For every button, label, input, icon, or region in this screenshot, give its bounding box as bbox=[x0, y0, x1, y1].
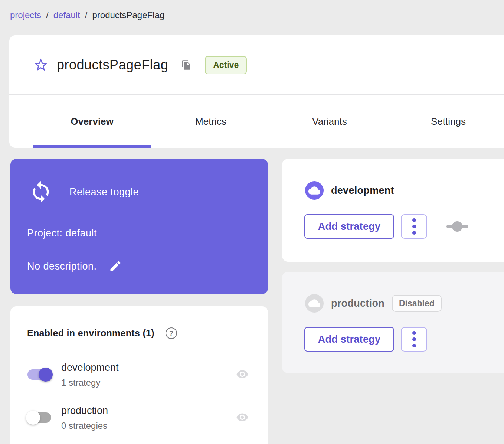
tab-bar: Overview Metrics Variants Settings bbox=[33, 95, 504, 148]
copy-name-button[interactable] bbox=[181, 60, 192, 70]
loop-icon bbox=[29, 180, 53, 204]
tab-settings[interactable]: Settings bbox=[389, 95, 504, 148]
environment-name: production bbox=[61, 405, 108, 417]
production-toggle[interactable] bbox=[27, 412, 51, 423]
release-toggle-card: Release toggle Project: default No descr… bbox=[10, 159, 268, 294]
flag-header-card: productsPageFlag Active Overview Metrics… bbox=[9, 35, 504, 148]
breadcrumb-default[interactable]: default bbox=[53, 10, 80, 20]
kebab-icon bbox=[412, 218, 416, 222]
environment-name: development bbox=[61, 362, 119, 373]
breadcrumb-separator: / bbox=[85, 10, 88, 20]
strategy-slider-icon[interactable] bbox=[446, 221, 468, 232]
flag-title-row: productsPageFlag Active bbox=[9, 35, 504, 95]
project-label: Project: default bbox=[27, 228, 97, 239]
copy-icon bbox=[181, 60, 192, 70]
strategy-count: 1 strategy bbox=[61, 378, 100, 388]
enabled-environments-title: Enabled in environments (1) bbox=[27, 328, 154, 339]
release-toggle-header: Release toggle bbox=[29, 180, 139, 204]
pencil-icon bbox=[109, 259, 122, 273]
kebab-icon bbox=[412, 331, 416, 335]
environment-avatar bbox=[305, 181, 324, 200]
breadcrumb-separator: / bbox=[46, 10, 49, 20]
environment-panel-development: development Add strategy bbox=[282, 159, 504, 262]
development-toggle[interactable] bbox=[27, 369, 51, 380]
environment-panel-production: production Disabled Add strategy bbox=[282, 272, 504, 373]
tab-overview[interactable]: Overview bbox=[33, 95, 151, 148]
cloud-icon bbox=[308, 185, 320, 196]
eye-icon bbox=[235, 368, 250, 381]
star-icon bbox=[33, 57, 49, 73]
disabled-badge: Disabled bbox=[392, 295, 442, 312]
breadcrumb-projects[interactable]: projects bbox=[10, 10, 41, 20]
visibility-button[interactable] bbox=[235, 368, 250, 381]
tab-variants[interactable]: Variants bbox=[270, 95, 389, 148]
tab-variants-label: Variants bbox=[312, 116, 347, 127]
environment-avatar bbox=[305, 294, 324, 313]
description-text: No description. bbox=[27, 261, 97, 272]
page-title: productsPageFlag bbox=[57, 57, 168, 73]
add-strategy-button[interactable]: Add strategy bbox=[304, 327, 394, 352]
breadcrumb: projects / default / productsPageFlag bbox=[10, 10, 164, 20]
help-icon[interactable]: ? bbox=[166, 327, 177, 339]
panel-environment-name: production bbox=[331, 298, 384, 309]
breadcrumb-current-flag: productsPageFlag bbox=[92, 10, 164, 20]
strategy-count: 0 strategies bbox=[61, 421, 107, 431]
enabled-environments-card: Enabled in environments (1) ? developmen… bbox=[10, 306, 268, 444]
add-strategy-button[interactable]: Add strategy bbox=[304, 214, 394, 239]
edit-description-button[interactable] bbox=[109, 259, 122, 273]
panel-environment-name: development bbox=[331, 185, 394, 196]
active-tab-indicator bbox=[33, 145, 151, 148]
tab-settings-label: Settings bbox=[431, 116, 466, 127]
tab-metrics[interactable]: Metrics bbox=[151, 95, 270, 148]
status-badge: Active bbox=[205, 56, 247, 74]
more-actions-button[interactable] bbox=[401, 214, 427, 239]
cloud-icon bbox=[308, 297, 320, 309]
visibility-button[interactable] bbox=[235, 411, 250, 424]
tab-metrics-label: Metrics bbox=[195, 116, 226, 127]
tab-overview-label: Overview bbox=[71, 116, 114, 127]
toggle-thumb bbox=[39, 368, 53, 382]
description-row: No description. bbox=[27, 259, 122, 273]
more-actions-button[interactable] bbox=[401, 327, 427, 352]
eye-icon bbox=[235, 411, 250, 424]
toggle-thumb bbox=[26, 411, 40, 425]
favorite-button[interactable] bbox=[33, 57, 49, 73]
toggle-type-label: Release toggle bbox=[69, 186, 139, 198]
